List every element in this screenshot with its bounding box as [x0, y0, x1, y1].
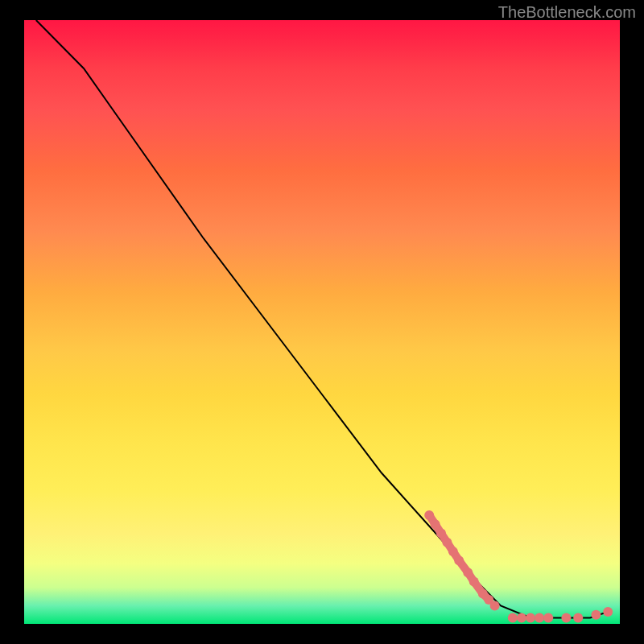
svg-point-24	[543, 613, 553, 623]
data-markers	[424, 510, 613, 623]
chart-svg	[24, 20, 620, 624]
svg-point-21	[517, 613, 526, 623]
svg-point-25	[561, 613, 571, 623]
svg-point-15	[463, 568, 473, 577]
svg-point-9	[424, 510, 434, 520]
svg-point-22	[526, 613, 535, 623]
svg-point-12	[442, 538, 452, 547]
svg-point-16	[469, 577, 479, 587]
svg-point-28	[603, 607, 613, 617]
svg-point-14	[454, 555, 464, 565]
svg-point-23	[535, 613, 544, 623]
watermark-text: TheBottleneck.com	[498, 3, 636, 22]
svg-point-13	[448, 547, 458, 556]
svg-point-19	[490, 601, 500, 611]
svg-point-27	[591, 610, 601, 620]
svg-point-11	[436, 529, 446, 539]
svg-point-26	[573, 613, 583, 623]
svg-point-20	[508, 613, 518, 623]
svg-point-10	[431, 519, 440, 529]
curve-line	[36, 20, 608, 618]
